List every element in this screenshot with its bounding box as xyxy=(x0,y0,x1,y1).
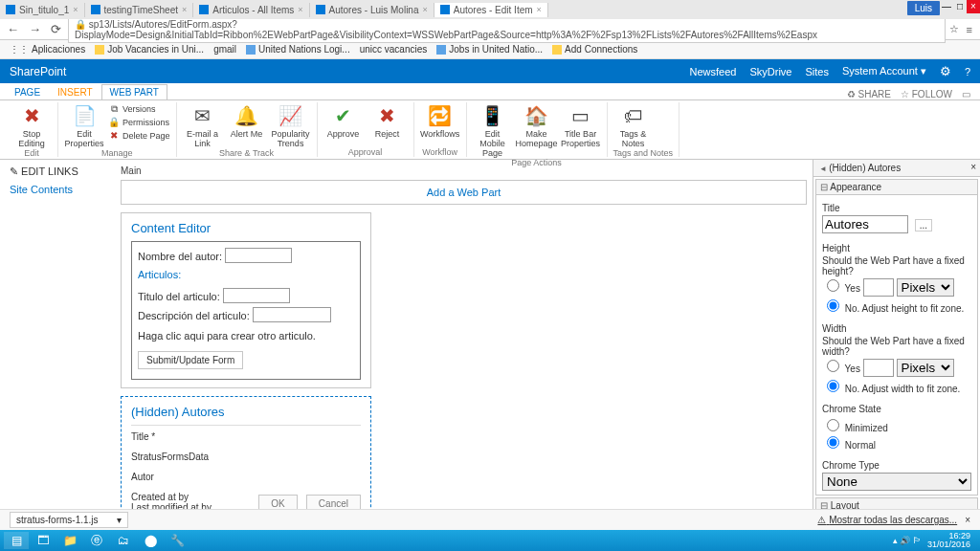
submit-update-button[interactable]: Submit/Update Form xyxy=(138,351,243,369)
nombre-input[interactable] xyxy=(225,248,292,263)
permissions-button[interactable]: 🔒Permissions xyxy=(108,116,170,129)
tab-close-icon[interactable]: × xyxy=(537,5,542,14)
descripcion-input[interactable] xyxy=(253,307,331,322)
reload-button[interactable]: ⟳ xyxy=(48,22,64,36)
follow-button[interactable]: ☆ FOLLOW xyxy=(901,89,952,99)
approve-button[interactable]: ✔Approve xyxy=(323,102,364,139)
ribbon-tab-webpart[interactable]: WEB PART xyxy=(101,84,167,99)
focus-content-icon[interactable]: ▭ xyxy=(962,89,970,99)
taskbar-app[interactable]: 🗂 xyxy=(111,532,136,549)
newsfeed-link[interactable]: Newsfeed xyxy=(690,66,737,77)
reject-button[interactable]: ✖Reject xyxy=(368,102,408,139)
taskbar-app[interactable]: ⓔ xyxy=(84,532,109,549)
make-homepage-button[interactable]: 🏠Make Homepage xyxy=(517,102,557,148)
chevron-down-icon[interactable]: ▾ xyxy=(117,515,122,525)
share-button[interactable]: ♻ SHARE xyxy=(847,89,891,99)
delete-page-button[interactable]: ✖Delete Page xyxy=(108,129,170,143)
title-input[interactable] xyxy=(822,215,908,233)
taskbar-app[interactable]: 🗔 xyxy=(31,532,56,549)
group-label: Tags and Notes xyxy=(613,148,674,158)
site-contents-link[interactable]: Site Contents xyxy=(10,184,105,195)
forward-button[interactable]: → xyxy=(26,22,44,36)
title-ellipsis-button[interactable]: ... xyxy=(915,219,932,231)
tab-favicon xyxy=(6,5,15,14)
sites-link[interactable]: Sites xyxy=(805,66,828,77)
minimize-button[interactable]: — xyxy=(940,0,953,13)
ribbon-tab-page[interactable]: PAGE xyxy=(6,84,49,99)
skydrive-link[interactable]: SkyDrive xyxy=(749,66,791,77)
bookmark-item[interactable]: unicc vacancies xyxy=(360,44,428,55)
versions-button[interactable]: ⧉Versions xyxy=(108,102,170,116)
tab-testing[interactable]: testingTimeSheet× xyxy=(85,3,194,17)
show-all-downloads-link[interactable]: ⚠ Mostrar todas las descargas... xyxy=(817,515,957,525)
tag-icon: 🏷 xyxy=(620,102,647,129)
taskbar-app[interactable]: 🔧 xyxy=(165,532,189,549)
add-webpart-button[interactable]: Add a Web Part xyxy=(121,180,807,205)
edit-links[interactable]: ✎ EDIT LINKS xyxy=(10,165,105,178)
stop-editing-button[interactable]: ✖Stop Editing xyxy=(11,102,52,148)
maximize-button[interactable]: □ xyxy=(953,0,967,13)
width-no-radio[interactable] xyxy=(827,380,839,392)
tab-autores-edit[interactable]: Autores - Edit Item× xyxy=(434,3,548,17)
tab-articulos[interactable]: Articulos - All Items× xyxy=(193,3,309,17)
workflows-button[interactable]: 🔁Workflows xyxy=(420,102,460,139)
appearance-header[interactable]: Appearance xyxy=(816,180,977,195)
page-canvas: Main Add a Web Part Content Editor Nombr… xyxy=(115,160,813,530)
permissions-icon: 🔒 xyxy=(108,117,120,128)
taskbar-app[interactable]: ⬤ xyxy=(138,532,163,549)
tab-autores-molina[interactable]: Autores - Luis Molina× xyxy=(310,3,434,17)
height-value-input[interactable] xyxy=(863,278,894,297)
bookmark-item[interactable]: United Nations Logi... xyxy=(246,44,350,55)
envelope-icon: ✉ xyxy=(189,102,216,129)
ribbon-tab-insert[interactable]: INSERT xyxy=(49,84,101,99)
versions-icon: ⧉ xyxy=(108,103,120,115)
help-icon[interactable]: ? xyxy=(965,66,970,77)
apps-shortcut[interactable]: ⋮⋮ Aplicaciones xyxy=(10,44,85,55)
bookmark-item[interactable]: Add Connections xyxy=(552,44,637,55)
settings-gear-icon[interactable]: ⚙ xyxy=(940,64,951,78)
titulo-input[interactable] xyxy=(223,288,290,303)
minimized-radio[interactable] xyxy=(827,419,839,431)
start-button[interactable]: ▤ xyxy=(4,532,29,549)
height-unit-select[interactable]: Pixels xyxy=(897,278,954,297)
browser-menu-icon[interactable]: ≡ xyxy=(963,24,976,35)
hidden-autores-webpart[interactable]: (Hidden) Autores Title StratusFormsData … xyxy=(121,396,371,521)
tab-close-icon[interactable]: × xyxy=(182,5,187,14)
clock[interactable]: 16:29 31/01/2016 xyxy=(927,532,970,549)
edit-mobile-page-button[interactable]: 📱Edit Mobile Page xyxy=(473,102,513,158)
edit-properties-button[interactable]: 📄Edit Properties xyxy=(64,102,104,148)
bookmark-item[interactable]: gmail xyxy=(213,44,236,55)
account-menu[interactable]: System Account ▾ xyxy=(842,65,926,77)
email-link-button[interactable]: ✉E-mail a Link xyxy=(183,102,223,148)
titlebar-props-button[interactable]: ▭Title Bar Properties xyxy=(561,102,601,148)
width-yes-radio[interactable] xyxy=(827,360,839,372)
normal-radio[interactable] xyxy=(827,436,839,449)
tab-close-icon[interactable]: × xyxy=(73,5,78,14)
tab-close-icon[interactable]: × xyxy=(298,5,302,14)
bookmark-item[interactable]: Jobs in United Natio... xyxy=(436,44,543,55)
alert-me-button[interactable]: 🔔Alert Me xyxy=(227,102,267,139)
back-button[interactable]: ← xyxy=(4,22,22,36)
haga-clic-text[interactable]: Haga clic aqui para crear otro articulo. xyxy=(138,330,316,342)
tray-icons[interactable]: ▴ 🔊 🏳 xyxy=(893,536,922,545)
close-window-button[interactable]: × xyxy=(967,0,980,13)
toolpane-close-icon[interactable]: × xyxy=(970,162,976,172)
tab-close-icon[interactable]: × xyxy=(422,5,427,14)
width-unit-select[interactable]: Pixels xyxy=(897,359,954,377)
download-chip[interactable]: stratus-forms-1.1.js ▾ xyxy=(10,512,128,528)
tab-sin-titulo[interactable]: Sin_titulo_1× xyxy=(0,3,85,17)
popularity-button[interactable]: 📈Popularity Trends xyxy=(271,102,311,148)
height-no-radio[interactable] xyxy=(827,299,839,312)
width-value-input[interactable] xyxy=(863,359,894,377)
height-yes-radio[interactable] xyxy=(827,279,839,292)
taskbar-app[interactable]: 📁 xyxy=(57,532,82,549)
tags-notes-button[interactable]: 🏷Tags & Notes xyxy=(613,102,654,148)
url-field[interactable]: 🔒 sp13/Lists/Autores/EditForm.aspx?Displ… xyxy=(68,16,946,43)
ribbon-group-approval: ✔Approve ✖Reject Approval xyxy=(318,102,414,157)
browser-user-chip[interactable]: Luis xyxy=(907,1,940,15)
bookmark-item[interactable]: Job Vacancies in Uni... xyxy=(95,44,204,55)
bookmark-icon[interactable]: ☆ xyxy=(949,23,959,35)
window-buttons: — □ × xyxy=(940,0,980,13)
chrome-type-select[interactable]: None xyxy=(822,473,971,491)
close-download-bar[interactable]: × xyxy=(965,515,970,525)
